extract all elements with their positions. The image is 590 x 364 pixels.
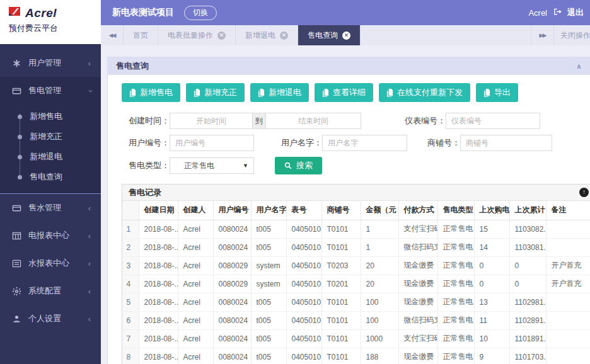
table-cell: 1102981..	[509, 293, 546, 311]
tab-close-icon[interactable]: ✕	[217, 31, 226, 40]
tab-home[interactable]: 首页	[124, 25, 158, 45]
grid-table-icon	[11, 230, 21, 241]
table-cell: 15	[474, 220, 509, 238]
column-header-index	[122, 201, 139, 220]
sidebar-subitem-new-refund[interactable]: 新增退电	[0, 147, 101, 167]
table-row[interactable]: 82018-08-..Acrel0080024t00504050101T0101…	[122, 348, 590, 364]
bullet-icon	[18, 135, 22, 139]
sidebar-subitem-new-correction[interactable]: 新增充正	[0, 127, 101, 147]
table-cell: 100	[361, 311, 398, 329]
table-cell: T0101	[321, 348, 361, 364]
person-icon	[11, 314, 21, 324]
acrel-logo-icon	[8, 6, 22, 20]
sidebar-item-sale-management[interactable]: 售电管理 ‹	[0, 77, 101, 105]
scroll-top-icon[interactable]: ↑	[579, 188, 589, 197]
sidebar-item-water-sale-management[interactable]: 售水管理 ‹	[0, 194, 101, 222]
table-row[interactable]: 12018-08-..Acrel0080024t00504050101T0101…	[122, 220, 590, 238]
export-button[interactable]: 导出	[476, 83, 518, 102]
tab-meter-batch-operation[interactable]: 电表批量操作✕	[158, 25, 236, 45]
end-time-input[interactable]	[265, 113, 361, 129]
table-cell: 0080024	[213, 329, 251, 348]
table-cell: 0080029	[213, 275, 251, 293]
records-title: 售电记录	[129, 187, 161, 198]
meter-no-input[interactable]	[446, 113, 540, 129]
table-row[interactable]: 32018-08-..Acrel0080029system04050102T02…	[122, 256, 590, 275]
filter-form: 创建时间： 到 仪表编号： 用户编号： 用户名字： 商铺号	[122, 113, 590, 174]
chevron-left-icon: ‹	[88, 315, 91, 323]
meter-no-label: 仪表编号：	[398, 115, 446, 127]
table-cell: Acrel	[178, 348, 213, 364]
sidebar-item-user-management[interactable]: 用户管理 ‹	[0, 49, 101, 77]
sidebar-subitem-label: 新增充正	[30, 131, 62, 142]
new-correction-button[interactable]: 新增充正	[186, 83, 245, 102]
brand-logo-text: Acrel	[25, 6, 57, 20]
tab-sale-query[interactable]: 售电查询✕	[298, 25, 361, 45]
table-row[interactable]: 52018-08-..Acrel0080024t00504050101T0101…	[122, 293, 590, 311]
close-operations-dropdown[interactable]: 关闭操作	[553, 25, 590, 45]
start-time-input[interactable]	[170, 113, 253, 129]
logout-icon[interactable]	[553, 8, 562, 18]
online-pay-resend-button[interactable]: 在线支付重新下发	[379, 83, 470, 102]
sale-type-label: 售电类型：	[122, 160, 170, 171]
table-cell: 1	[361, 238, 398, 256]
card-icon	[11, 203, 21, 213]
main-area: 新电表测试项目 切换 Acrel 退出 ◀◀ 首页 电表批量操作✕ 新增退电✕ …	[101, 0, 590, 364]
tab-new-refund[interactable]: 新增退电✕	[236, 25, 298, 45]
table-row[interactable]: 22018-08-..Acrel0080024t00504050101T0101…	[122, 238, 590, 256]
user-no-input[interactable]	[170, 135, 254, 151]
shop-no-input[interactable]	[460, 135, 552, 151]
panel-body: 新增售电 新增充正 新增退电 查看详细	[108, 75, 590, 364]
view-detail-button[interactable]: 查看详细	[315, 83, 373, 102]
column-header-last-purchase: 上次购电	[474, 201, 509, 220]
sidebar-item-label: 电报表中心	[28, 230, 69, 241]
column-header-remark: 备注	[546, 201, 590, 220]
table-row[interactable]: 72018-08-..Acrel0080024t00504050101T0101…	[122, 329, 590, 348]
table-cell: system	[251, 256, 286, 275]
new-refund-button[interactable]: 新增退电	[250, 83, 309, 102]
new-sale-button[interactable]: 新增售电	[122, 83, 180, 102]
tabs-scroll-right-button[interactable]: ▶▶	[531, 25, 553, 45]
tabs-scroll-left-button[interactable]: ◀◀	[101, 25, 124, 45]
sidebar-subitem-sale-query[interactable]: 售电查询	[0, 167, 101, 187]
table-cell: 0080024	[213, 311, 251, 329]
gear-icon	[11, 286, 21, 296]
user-name-input[interactable]	[322, 135, 407, 151]
table-cell: Acrel	[178, 311, 213, 329]
table-cell: 0	[474, 256, 509, 275]
table-cell: 20	[361, 275, 398, 293]
table-cell: 9	[474, 348, 509, 364]
logout-button[interactable]: 退出	[567, 7, 584, 18]
list-icon	[11, 258, 21, 268]
sale-type-select[interactable]: 正常售电 ▼	[170, 157, 254, 174]
switch-project-button[interactable]: 切换	[184, 6, 217, 20]
sidebar-item-label: 售电管理	[28, 85, 61, 96]
tab-close-icon[interactable]: ✕	[342, 31, 350, 40]
sale-query-panel: 售电查询 ∧ 新增售电 新增充正	[107, 57, 590, 364]
toolbar: 新增售电 新增充正 新增退电 查看详细	[122, 83, 590, 102]
table-cell: 04050102	[286, 256, 321, 275]
table-row[interactable]: 62018-08-..Acrel0080024t00504050101T0101…	[122, 311, 590, 329]
column-header-creator: 创建人	[178, 201, 213, 220]
panel-collapse-icon[interactable]: ∧	[576, 62, 582, 71]
tab-close-icon[interactable]: ✕	[280, 31, 288, 40]
table-cell: 14	[474, 238, 509, 256]
search-button[interactable]: 搜索	[275, 157, 322, 174]
row-index: 4	[122, 275, 139, 293]
sidebar-subitem-new-sale[interactable]: 新增售电	[0, 106, 101, 127]
table-cell: 正常售电	[437, 348, 474, 364]
table-cell: 支付宝扫码支付	[398, 329, 437, 348]
table-cell: 1103081..	[509, 238, 546, 256]
row-index: 6	[122, 311, 139, 329]
button-label: 查看详细	[333, 87, 366, 98]
sidebar-item-personal-settings[interactable]: 个人设置 ‹	[0, 305, 101, 333]
table-cell: Acrel	[178, 220, 213, 238]
sidebar-item-water-report-center[interactable]: 水报表中心 ‹	[0, 249, 101, 277]
sidebar-item-electric-report-center[interactable]: 电报表中心 ‹	[0, 222, 101, 249]
sidebar-item-system-config[interactable]: 系统配置 ‹	[0, 277, 101, 305]
table-cell: 2018-08-..	[139, 329, 178, 348]
table-cell: 11	[474, 311, 509, 329]
logo-area: Acrel 预付费云平台	[0, 0, 101, 44]
table-cell: 1000	[361, 329, 398, 348]
table-row[interactable]: 42018-08-..Acrel0080029system04050102T02…	[122, 275, 590, 293]
current-username[interactable]: Acrel	[528, 8, 547, 18]
